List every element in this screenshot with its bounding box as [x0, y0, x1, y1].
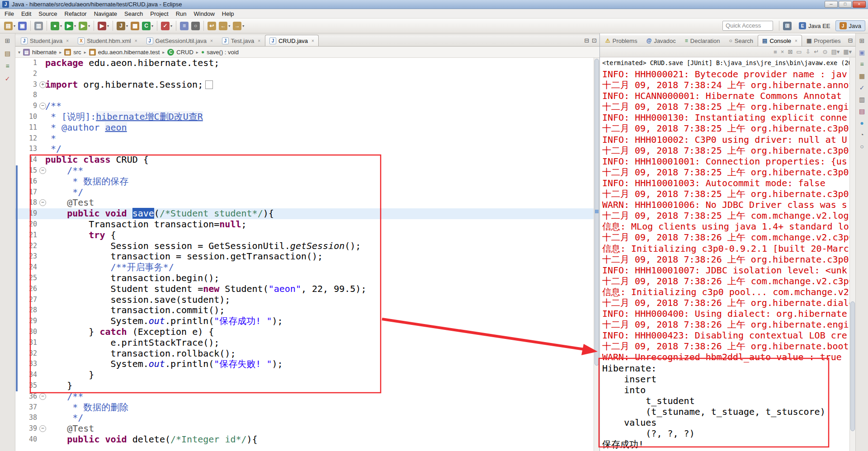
code-text[interactable]: /**开启事务*/	[15, 262, 594, 273]
menu-navigate[interactable]: Navigate	[90, 9, 121, 18]
tab-student-hbm-xml[interactable]: XStudent.hbm.xml×	[73, 35, 142, 46]
save-icon[interactable]: ▣	[17, 21, 28, 31]
open-console-icon[interactable]: ▦▾	[843, 49, 852, 55]
code-text[interactable]: Transaction transaction=null;	[15, 219, 594, 230]
code-text[interactable]: */	[15, 144, 594, 155]
new-package-icon[interactable]: ▦	[130, 21, 140, 31]
breadcrumb-crud[interactable]: CCRUD	[167, 49, 193, 56]
code-text[interactable]: */	[15, 413, 594, 423]
snippets-view-icon[interactable]: ▣	[859, 49, 865, 56]
code-text[interactable]: public void save(/*Student student*/){	[15, 208, 594, 219]
code-text[interactable]: * 数据的删除	[15, 402, 594, 413]
breadcrumb-toggle-icon[interactable]: ▾	[18, 50, 20, 55]
code-text[interactable]: session.save(student);	[15, 295, 594, 305]
close-tab-icon[interactable]: ×	[66, 38, 69, 43]
tab-javadoc[interactable]: @Javadoc	[642, 35, 680, 46]
menu-file[interactable]: File	[1, 9, 18, 18]
maximize-window-button[interactable]: □	[839, 1, 852, 8]
tab-search[interactable]: ○Search	[725, 35, 758, 46]
menu-run[interactable]: Run	[172, 9, 190, 18]
maximize-editor-area-icon[interactable]: ⊡	[592, 37, 597, 44]
new-class-icon[interactable]: C▾	[141, 21, 154, 31]
tab-problems[interactable]: ⚠Problems	[601, 35, 642, 46]
run-icon[interactable]: ▶▾	[64, 21, 77, 31]
code-text[interactable]: @Test	[15, 423, 594, 434]
search-icon[interactable]: ○	[190, 21, 201, 31]
close-tab-icon[interactable]: ×	[258, 38, 260, 43]
bookmarks-view-icon[interactable]: ●	[860, 119, 863, 127]
menu-refactor[interactable]: Refactor	[61, 9, 90, 18]
code-text[interactable]: } catch (Exception e) {	[15, 327, 594, 338]
menu-edit[interactable]: Edit	[18, 9, 35, 18]
perspective-java[interactable]: JJava	[835, 20, 865, 31]
debug-icon[interactable]: ●▾	[50, 21, 63, 31]
progress-view-icon[interactable]: ◔	[860, 131, 863, 138]
data-source-view-icon[interactable]: ▤	[859, 108, 865, 115]
junit-icon[interactable]: ✓▾	[160, 21, 173, 31]
tab-student-java[interactable]: JStudent.java×	[16, 35, 73, 46]
menu-source[interactable]: Source	[35, 9, 61, 18]
tab-console[interactable]: ▤Console×	[758, 35, 802, 46]
code-text[interactable]: try {	[15, 230, 594, 241]
remove-all-launches-icon[interactable]: ⊠	[788, 49, 793, 55]
close-tab-icon[interactable]: ×	[795, 38, 797, 43]
print-icon[interactable]: ▥	[33, 21, 44, 31]
perspective-java-ee[interactable]: EJava EE	[795, 20, 834, 31]
task-icon[interactable]: ≡	[179, 21, 189, 31]
restore-left-views-icon[interactable]: ⊞	[5, 37, 10, 44]
close-tab-icon[interactable]: ×	[311, 38, 314, 43]
junit-view-icon[interactable]: ✓	[5, 75, 10, 82]
minimize-window-button[interactable]: ─	[825, 1, 838, 8]
code-text[interactable]: System.out.println("保存失败! ");	[15, 359, 594, 370]
forward-icon[interactable]: →▾	[232, 21, 245, 31]
close-window-button[interactable]: ×	[853, 1, 866, 8]
code-text[interactable]: * @author aeon	[15, 122, 594, 133]
menu-window[interactable]: Window	[190, 9, 218, 18]
new-java-project-icon[interactable]: J▾	[116, 21, 129, 31]
search-view-shortcut-icon[interactable]: ○	[860, 143, 863, 150]
fold-collapse-icon[interactable]: −	[39, 393, 46, 400]
tab-declaration[interactable]: ≡Declaration	[680, 35, 725, 46]
pin-console-icon[interactable]: ⊙	[822, 49, 827, 55]
code-text[interactable]: /**	[15, 165, 594, 176]
outline-view-icon[interactable]: ≡	[860, 61, 863, 68]
code-text[interactable]: import org.hibernate.Session;	[15, 80, 594, 90]
code-text[interactable]: @Test	[15, 197, 594, 208]
code-text[interactable]: Session session = GetSessionUtil.getSess…	[15, 241, 594, 252]
tasks-view-icon[interactable]: ✓	[859, 84, 865, 91]
last-edit-location-icon[interactable]: ↩	[207, 21, 217, 31]
code-text[interactable]: transaction.begin();	[15, 273, 594, 284]
code-text[interactable]: transaction.rollback();	[15, 348, 594, 359]
open-perspective-icon[interactable]: ⊞	[782, 21, 793, 31]
minimize-view-icon[interactable]: ⊟	[848, 37, 853, 44]
breadcrumb-edu-aeon-hibernate-test[interactable]: ▦edu.aeon.hibernate.test	[89, 49, 160, 56]
code-text[interactable]: */	[15, 187, 594, 198]
quick-access-input[interactable]: Quick Access	[722, 21, 773, 31]
editor[interactable]: 1package edu.aeon.hibernate.test;23+impo…	[15, 58, 599, 451]
code-text[interactable]: /**	[15, 391, 594, 402]
fold-collapse-icon[interactable]: −	[39, 167, 46, 174]
menu-help[interactable]: Help	[218, 9, 238, 18]
code-text[interactable]: Student student =new Student("aeon", 22,…	[15, 284, 594, 295]
back-icon[interactable]: ←▾	[218, 21, 231, 31]
new-wizard-icon[interactable]: ▤▾	[3, 21, 16, 31]
menu-search[interactable]: Search	[121, 9, 146, 18]
breadcrumb-save-void[interactable]: ●save() : void	[201, 49, 239, 56]
breadcrumb-src[interactable]: ▤src	[64, 49, 81, 56]
breadcrumb-hibernate[interactable]: ▤hibernate	[23, 49, 57, 56]
type-hierarchy-icon[interactable]: ≡	[5, 62, 9, 70]
package-explorer-icon[interactable]: ▤	[5, 50, 10, 57]
tab-crud-java[interactable]: JCRUD.java×	[265, 35, 319, 46]
remove-launch-icon[interactable]: ×	[781, 49, 784, 55]
terminate-icon[interactable]: ■	[774, 49, 777, 55]
ant-view-icon[interactable]: ▦	[859, 72, 865, 80]
code-text[interactable]: /**	[15, 101, 594, 112]
console-body[interactable]: <terminated> CRUD.save [JUnit] B:\java_i…	[600, 57, 849, 451]
console-scrollbar[interactable]	[849, 57, 855, 451]
collapsed-region-icon[interactable]	[205, 80, 213, 89]
code-text[interactable]: }	[15, 381, 594, 391]
scroll-lock-icon[interactable]: ⇩	[806, 49, 811, 55]
minimize-editor-area-icon[interactable]: ⊟	[584, 37, 589, 44]
code-text[interactable]: *	[15, 133, 594, 144]
tab-properties[interactable]: ▦Properties	[802, 35, 845, 46]
